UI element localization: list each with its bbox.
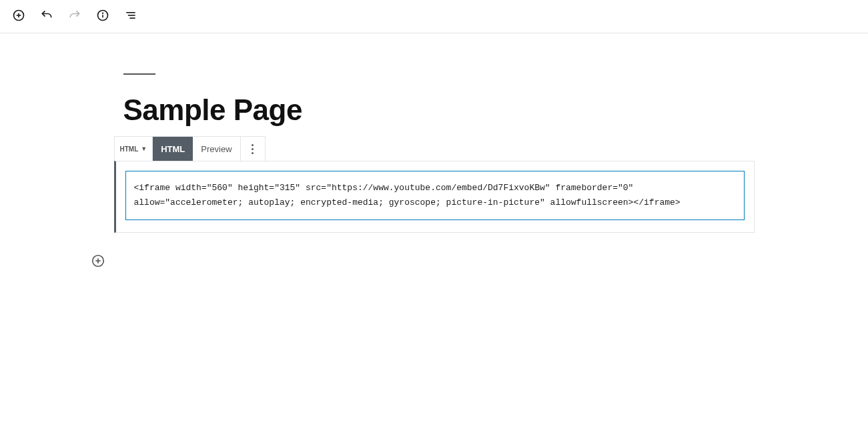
info-icon [96,9,109,24]
svg-point-5 [103,13,103,13]
block-type-label: HTML [120,145,139,153]
html-tab[interactable]: HTML [153,137,193,161]
title-divider [123,73,155,75]
html-block: HTML ▼ HTML Preview [114,136,755,234]
chevron-down-icon: ▼ [141,145,147,152]
plus-circle-icon [91,254,105,270]
add-block-button[interactable] [7,5,31,29]
editor-canvas: Sample Page HTML ▼ HTML Preview [114,33,755,271]
info-button[interactable] [91,5,115,29]
redo-button[interactable] [63,5,87,29]
page-title[interactable]: Sample Page [123,93,755,127]
preview-tab[interactable]: Preview [193,137,240,161]
undo-button[interactable] [35,5,59,29]
more-vertical-icon [252,144,254,154]
block-type-selector[interactable]: HTML ▼ [115,137,153,161]
add-block-below [89,252,755,271]
add-block-below-button[interactable] [89,252,107,271]
redo-icon [68,9,81,24]
outline-button[interactable] [119,5,143,29]
html-code-textarea[interactable] [125,171,745,220]
block-body [114,161,755,233]
outline-icon [124,9,137,24]
undo-icon [40,9,53,24]
plus-circle-icon [12,9,25,24]
more-options-button[interactable] [241,137,265,161]
editor-top-toolbar [0,0,868,33]
block-toolbar: HTML ▼ HTML Preview [114,136,266,161]
